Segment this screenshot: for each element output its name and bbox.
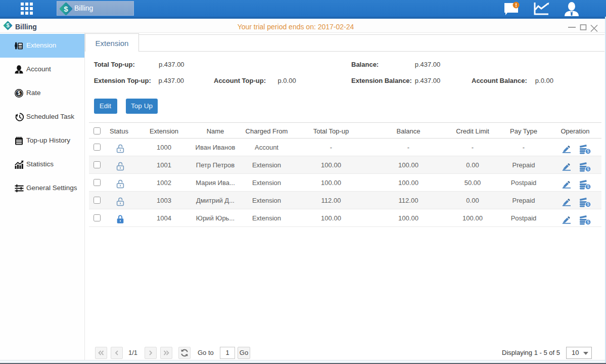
svg-text:$: $ <box>18 90 21 96</box>
